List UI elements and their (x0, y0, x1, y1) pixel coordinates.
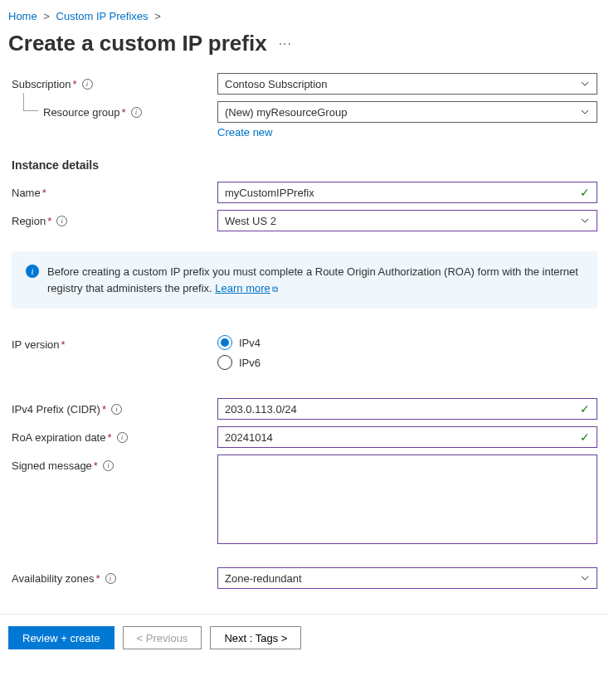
learn-more-link[interactable]: Learn more (215, 282, 270, 294)
required-icon: * (95, 572, 100, 585)
info-icon[interactable]: i (117, 432, 128, 443)
ipv4-radio[interactable]: IPv4 (217, 335, 597, 350)
required-icon: * (61, 338, 66, 351)
next-button[interactable]: Next : Tags > (210, 626, 301, 649)
resource-group-label: Resource group (43, 106, 120, 119)
required-icon: * (42, 187, 46, 199)
region-select[interactable]: West US 2 (217, 210, 597, 231)
availability-zones-value: Zone-redundant (225, 572, 302, 585)
ipv6-label: IPv6 (239, 357, 261, 369)
info-box-text: Before creating a custom IP prefix you m… (47, 265, 578, 294)
info-icon[interactable]: i (103, 460, 114, 471)
chevron-down-icon (580, 573, 590, 583)
name-value: myCustomIPPrefix (225, 187, 314, 199)
roa-expiration-input[interactable]: 20241014 ✓ (217, 426, 597, 448)
name-input[interactable]: myCustomIPPrefix ✓ (217, 182, 597, 203)
checkmark-icon: ✓ (580, 186, 590, 199)
ipv4-prefix-input[interactable]: 203.0.113.0/24 ✓ (217, 398, 597, 420)
tree-indent-icon (23, 93, 38, 111)
previous-button[interactable]: < Previous (123, 626, 202, 649)
radio-selected-icon (217, 335, 232, 350)
subscription-label: Subscription (12, 78, 71, 90)
review-create-button[interactable]: Review + create (8, 626, 114, 649)
resource-group-select[interactable]: (New) myResourceGroup (217, 101, 597, 123)
info-icon[interactable]: i (111, 404, 122, 415)
breadcrumb-parent[interactable]: Custom IP Prefixes (56, 10, 149, 22)
required-icon: * (107, 431, 111, 444)
ipv4-prefix-label: IPv4 Prefix (CIDR) (12, 403, 100, 416)
chevron-down-icon (580, 79, 590, 89)
required-icon: * (47, 215, 51, 227)
checkmark-icon: ✓ (580, 430, 590, 444)
required-icon: * (94, 459, 98, 472)
required-icon: * (122, 106, 126, 119)
page-title: Create a custom IP prefix (8, 31, 267, 56)
info-icon[interactable]: i (131, 107, 142, 118)
breadcrumb-home[interactable]: Home (8, 10, 37, 22)
signed-message-textarea[interactable] (217, 455, 597, 544)
ip-version-label: IP version (12, 338, 60, 351)
subscription-select[interactable]: Contoso Subscription (217, 73, 597, 95)
name-label: Name (12, 187, 41, 199)
chevron-right-icon: > (43, 10, 50, 22)
availability-zones-select[interactable]: Zone-redundant (217, 567, 597, 589)
chevron-down-icon (580, 216, 590, 226)
required-icon: * (102, 403, 106, 416)
ipv6-radio[interactable]: IPv6 (217, 355, 597, 370)
ipv4-prefix-value: 203.0.113.0/24 (225, 403, 297, 416)
info-icon: i (26, 265, 39, 278)
instance-details-header: Instance details (12, 158, 597, 172)
subscription-value: Contoso Subscription (225, 78, 328, 90)
roa-expiration-value: 20241014 (225, 431, 273, 444)
resource-group-value: (New) myResourceGroup (225, 106, 347, 119)
radio-unselected-icon (217, 355, 232, 370)
breadcrumb: Home > Custom IP Prefixes > (0, 0, 609, 27)
roa-expiration-label: RoA expiration date (12, 431, 105, 444)
info-icon[interactable]: i (56, 216, 67, 226)
chevron-down-icon (580, 107, 590, 117)
footer-bar: Review + create < Previous Next : Tags > (0, 614, 609, 661)
signed-message-label: Signed message (12, 459, 92, 472)
info-box: i Before creating a custom IP prefix you… (12, 251, 597, 309)
external-link-icon: ⧉ (272, 284, 278, 294)
page-header: Create a custom IP prefix ··· (0, 27, 609, 73)
required-icon: * (73, 78, 77, 90)
info-icon[interactable]: i (105, 573, 116, 584)
ipv4-label: IPv4 (239, 337, 261, 349)
region-value: West US 2 (225, 215, 276, 227)
region-label: Region (12, 215, 46, 227)
chevron-right-icon: > (154, 10, 161, 22)
checkmark-icon: ✓ (580, 402, 590, 416)
more-actions-icon[interactable]: ··· (279, 36, 292, 51)
availability-zones-label: Availability zones (12, 572, 94, 585)
create-new-link[interactable]: Create new (217, 126, 272, 139)
info-icon[interactable]: i (82, 79, 93, 90)
